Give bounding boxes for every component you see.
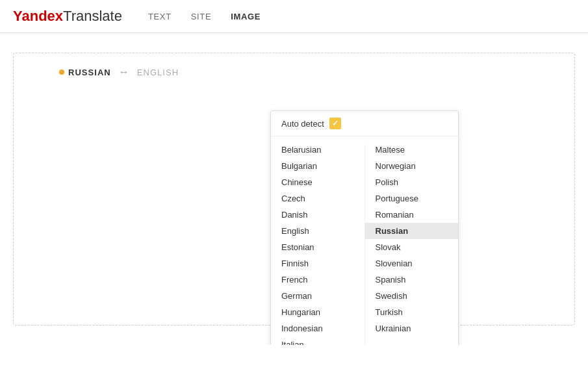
language-option[interactable]: Italian	[271, 337, 364, 345]
language-option[interactable]: Spanish	[365, 272, 459, 288]
language-option[interactable]: Slovak	[365, 239, 459, 255]
main-content: RUSSIAN ↔ ENGLISH Auto detect ✓ Belarusi…	[0, 33, 588, 345]
language-option[interactable]: Maltese	[365, 142, 459, 158]
nav-site[interactable]: SITE	[191, 12, 212, 21]
language-option[interactable]: Ukrainian	[365, 320, 459, 337]
target-language-label: ENGLISH	[137, 68, 179, 77]
language-option[interactable]: Danish	[271, 207, 364, 223]
auto-detect-checkmark: ✓	[329, 118, 341, 129]
language-option[interactable]: Russian	[365, 223, 459, 239]
language-option[interactable]: Portuguese	[365, 190, 459, 207]
logo: Yandex Translate	[13, 8, 122, 25]
language-option[interactable]: Swedish	[365, 288, 459, 304]
source-dot	[59, 70, 64, 75]
language-option[interactable]: Estonian	[271, 239, 364, 255]
language-option[interactable]: English	[271, 223, 364, 239]
target-language[interactable]: ENGLISH	[137, 68, 179, 77]
header: Yandex Translate TEXT SITE IMAGE	[0, 0, 588, 33]
language-option[interactable]: Bulgarian	[271, 158, 364, 174]
language-dropdown: Auto detect ✓ BelarusianBulgarianChinese…	[270, 110, 459, 345]
language-option[interactable]: Chinese	[271, 174, 364, 190]
nav-image[interactable]: IMAGE	[231, 12, 261, 21]
logo-translate: Translate	[63, 8, 122, 25]
language-option[interactable]: Norwegian	[365, 158, 459, 174]
language-option[interactable]: Turkish	[365, 304, 459, 320]
nav-text[interactable]: TEXT	[148, 12, 172, 21]
language-option[interactable]: Belarusian	[271, 142, 364, 158]
language-option[interactable]: Czech	[271, 190, 364, 207]
language-columns: BelarusianBulgarianChineseCzechDanishEng…	[271, 136, 458, 345]
language-option[interactable]: Finnish	[271, 255, 364, 272]
auto-detect-label: Auto detect	[281, 119, 324, 129]
language-option[interactable]: French	[271, 272, 364, 288]
auto-detect-row[interactable]: Auto detect ✓	[271, 111, 458, 136]
language-column-1: BelarusianBulgarianChineseCzechDanishEng…	[271, 142, 364, 345]
swap-arrow[interactable]: ↔	[119, 66, 129, 78]
nav: TEXT SITE IMAGE	[148, 12, 261, 21]
language-option[interactable]: German	[271, 288, 364, 304]
source-language-label: RUSSIAN	[68, 68, 111, 77]
language-option[interactable]: Romanian	[365, 207, 459, 223]
logo-yandex: Yandex	[13, 8, 63, 25]
language-option[interactable]: Indonesian	[271, 320, 364, 337]
language-option[interactable]: Polish	[365, 174, 459, 190]
translate-area: RUSSIAN ↔ ENGLISH Auto detect ✓ Belarusi…	[13, 53, 575, 325]
source-language[interactable]: RUSSIAN	[59, 68, 111, 77]
language-column-2: MalteseNorwegianPolishPortugueseRomanian…	[365, 142, 459, 345]
language-option[interactable]: Slovenian	[365, 255, 459, 272]
language-option[interactable]: Hungarian	[271, 304, 364, 320]
language-bar: RUSSIAN ↔ ENGLISH	[59, 66, 588, 78]
